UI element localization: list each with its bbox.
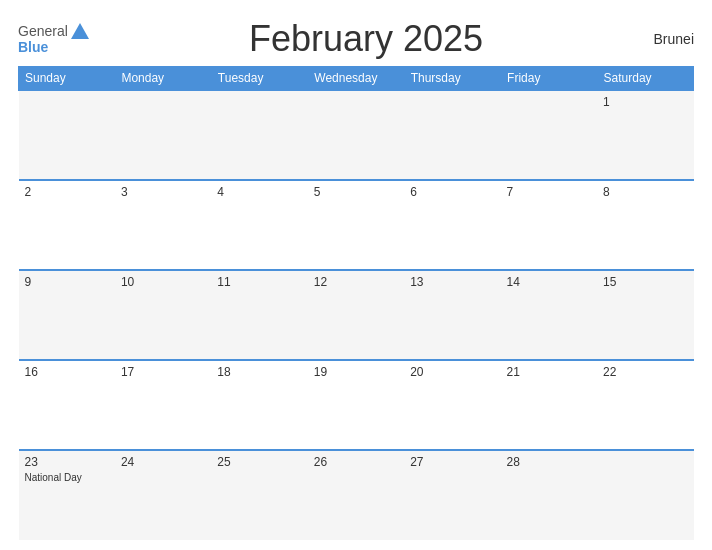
- day-number: 7: [507, 185, 591, 199]
- day-number: 25: [217, 455, 301, 469]
- country-label: Brunei: [634, 31, 694, 47]
- calendar-day-cell: 23National Day: [19, 450, 115, 540]
- day-number: 21: [507, 365, 591, 379]
- calendar-day-cell: 6: [404, 180, 500, 270]
- calendar-day-cell: 2: [19, 180, 115, 270]
- day-number: 9: [25, 275, 109, 289]
- day-number: 20: [410, 365, 494, 379]
- calendar-day-cell: 12: [308, 270, 404, 360]
- day-number: 26: [314, 455, 398, 469]
- calendar-week-row: 1: [19, 90, 694, 180]
- calendar-day-cell: 17: [115, 360, 211, 450]
- calendar-week-row: 9101112131415: [19, 270, 694, 360]
- day-number: 10: [121, 275, 205, 289]
- calendar-day-cell: 10: [115, 270, 211, 360]
- logo-general-text: General: [18, 23, 68, 39]
- day-number: 27: [410, 455, 494, 469]
- calendar-day-cell: 24: [115, 450, 211, 540]
- day-number: 1: [603, 95, 687, 109]
- day-number: 23: [25, 455, 109, 469]
- page-title: February 2025: [98, 18, 634, 60]
- calendar-week-row: 2345678: [19, 180, 694, 270]
- calendar-day-cell: [115, 90, 211, 180]
- col-sunday: Sunday: [19, 67, 115, 91]
- calendar-day-cell: 15: [597, 270, 693, 360]
- logo: General Blue: [18, 23, 98, 55]
- calendar-day-cell: [404, 90, 500, 180]
- calendar-day-cell: 16: [19, 360, 115, 450]
- logo-blue-text: Blue: [18, 39, 48, 55]
- calendar-week-row: 23National Day2425262728: [19, 450, 694, 540]
- day-number: 17: [121, 365, 205, 379]
- day-number: 3: [121, 185, 205, 199]
- day-number: 28: [507, 455, 591, 469]
- day-number: 6: [410, 185, 494, 199]
- day-number: 5: [314, 185, 398, 199]
- calendar-day-cell: 8: [597, 180, 693, 270]
- calendar-day-cell: 4: [211, 180, 307, 270]
- day-number: 12: [314, 275, 398, 289]
- day-number: 14: [507, 275, 591, 289]
- day-number: 2: [25, 185, 109, 199]
- calendar-event: National Day: [25, 471, 109, 484]
- col-saturday: Saturday: [597, 67, 693, 91]
- day-number: 18: [217, 365, 301, 379]
- page: General Blue February 2025 Brunei Sunday…: [0, 0, 712, 550]
- calendar-day-cell: 13: [404, 270, 500, 360]
- calendar-day-cell: 9: [19, 270, 115, 360]
- calendar-table: Sunday Monday Tuesday Wednesday Thursday…: [18, 66, 694, 540]
- calendar-day-cell: 28: [501, 450, 597, 540]
- col-monday: Monday: [115, 67, 211, 91]
- day-number: 15: [603, 275, 687, 289]
- calendar-week-row: 16171819202122: [19, 360, 694, 450]
- calendar-day-cell: 1: [597, 90, 693, 180]
- calendar-day-cell: 20: [404, 360, 500, 450]
- calendar-day-cell: [211, 90, 307, 180]
- calendar-day-cell: 7: [501, 180, 597, 270]
- calendar-day-cell: 26: [308, 450, 404, 540]
- calendar-day-cell: 25: [211, 450, 307, 540]
- day-number: 16: [25, 365, 109, 379]
- col-thursday: Thursday: [404, 67, 500, 91]
- calendar-day-cell: 14: [501, 270, 597, 360]
- col-friday: Friday: [501, 67, 597, 91]
- calendar-day-cell: 21: [501, 360, 597, 450]
- day-number: 22: [603, 365, 687, 379]
- calendar-day-cell: 18: [211, 360, 307, 450]
- day-number: 8: [603, 185, 687, 199]
- day-number: 13: [410, 275, 494, 289]
- col-tuesday: Tuesday: [211, 67, 307, 91]
- calendar-day-cell: 19: [308, 360, 404, 450]
- calendar-day-cell: [597, 450, 693, 540]
- calendar-header-row: Sunday Monday Tuesday Wednesday Thursday…: [19, 67, 694, 91]
- day-number: 4: [217, 185, 301, 199]
- calendar-day-cell: [501, 90, 597, 180]
- calendar-day-cell: [19, 90, 115, 180]
- day-number: 19: [314, 365, 398, 379]
- calendar-day-cell: [308, 90, 404, 180]
- col-wednesday: Wednesday: [308, 67, 404, 91]
- calendar-day-cell: 3: [115, 180, 211, 270]
- day-number: 24: [121, 455, 205, 469]
- calendar-day-cell: 22: [597, 360, 693, 450]
- day-number: 11: [217, 275, 301, 289]
- calendar-day-cell: 5: [308, 180, 404, 270]
- calendar-day-cell: 11: [211, 270, 307, 360]
- header: General Blue February 2025 Brunei: [18, 18, 694, 60]
- calendar-day-cell: 27: [404, 450, 500, 540]
- logo-triangle-icon: [71, 23, 89, 39]
- svg-marker-0: [71, 23, 89, 39]
